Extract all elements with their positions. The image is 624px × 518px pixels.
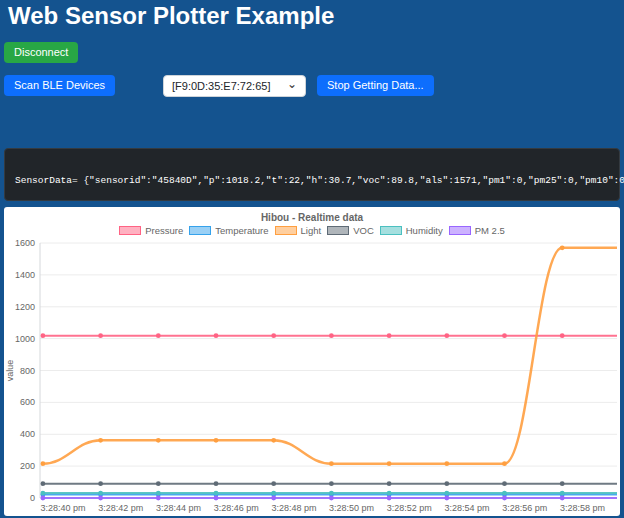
svg-text:3:28:44 pm: 3:28:44 pm	[156, 503, 201, 513]
legend-item[interactable]: Humidity	[380, 225, 443, 236]
sensor-data-text: SensorData= {"sensorid":"45840D","p":101…	[15, 175, 624, 186]
svg-text:value: value	[5, 360, 15, 382]
stop-getting-data-button[interactable]: Stop Getting Data...	[317, 75, 434, 96]
svg-text:3:28:52 pm: 3:28:52 pm	[387, 503, 432, 513]
chart-legend: Pressure Temperature Light VOC Humidity	[4, 225, 620, 236]
svg-text:0: 0	[30, 493, 35, 503]
svg-text:3:28:50 pm: 3:28:50 pm	[329, 503, 374, 513]
svg-text:200: 200	[20, 461, 35, 471]
legend-swatch	[275, 226, 297, 235]
svg-text:3:28:48 pm: 3:28:48 pm	[271, 503, 316, 513]
svg-text:3:28:46 pm: 3:28:46 pm	[214, 503, 259, 513]
legend-item[interactable]: VOC	[327, 225, 374, 236]
legend-swatch	[119, 226, 141, 235]
svg-text:1000: 1000	[15, 334, 35, 344]
svg-text:1400: 1400	[15, 270, 35, 280]
legend-swatch	[449, 226, 471, 235]
legend-label: Humidity	[406, 225, 443, 236]
svg-text:600: 600	[20, 397, 35, 407]
device-select[interactable]: [F9:0D:35:E7:72:65] ⌄	[163, 75, 306, 97]
legend-item[interactable]: Light	[275, 225, 322, 236]
legend-label: Light	[301, 225, 322, 236]
realtime-chart-canvas: 020040060080010001200140016003:28:40 pm3…	[4, 207, 620, 516]
svg-text:1600: 1600	[15, 238, 35, 248]
svg-text:400: 400	[20, 429, 35, 439]
svg-text:3:28:56 pm: 3:28:56 pm	[502, 503, 547, 513]
svg-text:800: 800	[20, 366, 35, 376]
device-select-value: [F9:0D:35:E7:72:65]	[172, 80, 270, 92]
legend-label: Pressure	[145, 225, 183, 236]
svg-text:3:28:42 pm: 3:28:42 pm	[98, 503, 143, 513]
svg-text:3:28:54 pm: 3:28:54 pm	[444, 503, 489, 513]
page-title: Web Sensor Plotter Example	[8, 2, 334, 30]
disconnect-button[interactable]: Disconnect	[4, 42, 78, 63]
sensor-data-console: SensorData= {"sensorid":"45840D","p":101…	[4, 148, 620, 201]
legend-item[interactable]: PM 2.5	[449, 225, 505, 236]
legend-swatch	[380, 226, 402, 235]
legend-label: VOC	[353, 225, 374, 236]
svg-text:1200: 1200	[15, 302, 35, 312]
legend-item[interactable]: Pressure	[119, 225, 183, 236]
legend-swatch	[327, 226, 349, 235]
svg-text:3:28:58 pm: 3:28:58 pm	[560, 503, 605, 513]
legend-item[interactable]: Temperature	[189, 225, 268, 236]
chevron-down-icon: ⌄	[287, 80, 297, 88]
app-root: Web Sensor Plotter Example Disconnect Sc…	[0, 0, 624, 518]
legend-swatch	[189, 226, 211, 235]
legend-label: Temperature	[215, 225, 268, 236]
scan-ble-devices-button[interactable]: Scan BLE Devices	[4, 75, 115, 96]
legend-label: PM 2.5	[475, 225, 505, 236]
chart-card: 020040060080010001200140016003:28:40 pm3…	[4, 207, 620, 516]
svg-text:3:28:40 pm: 3:28:40 pm	[41, 503, 86, 513]
chart-title: Hibou - Realtime data	[4, 212, 620, 223]
